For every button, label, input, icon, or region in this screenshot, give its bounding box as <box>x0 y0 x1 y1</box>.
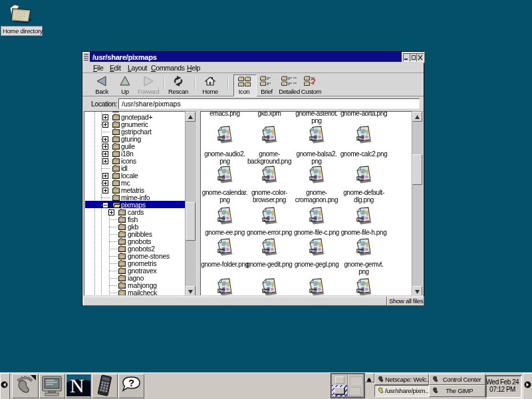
svg-text:?: ? <box>311 76 316 86</box>
svg-text:N: N <box>70 374 84 396</box>
svg-text:?: ? <box>128 377 134 388</box>
